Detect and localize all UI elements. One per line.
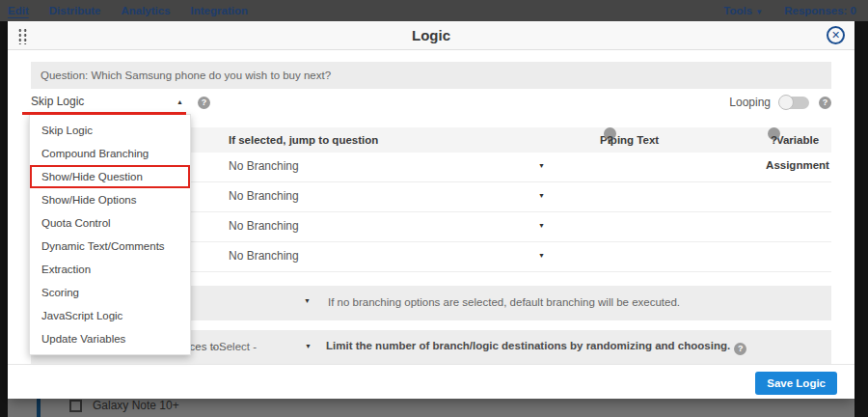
jump-to-question-select[interactable]: No Branching ▼ xyxy=(229,159,553,173)
toggle-knob xyxy=(778,95,794,110)
select-value: No Branching xyxy=(229,219,299,233)
jump-to-question-select[interactable]: No Branching ▼ xyxy=(229,189,553,203)
help-icon[interactable]: ? xyxy=(819,97,831,109)
randomizer-note-text: Limit the number of branch/logic destina… xyxy=(326,340,730,351)
top-nav-bar: Edit Distribute Analytics Integration To… xyxy=(0,0,868,21)
looping-toggle[interactable] xyxy=(780,97,809,109)
chevron-down-icon: ▼ xyxy=(305,343,312,349)
menu-item-extraction[interactable]: Extraction xyxy=(30,258,190,281)
looping-control: Looping ? xyxy=(729,96,831,109)
column-header-jump: If selected, jump to question xyxy=(229,127,378,153)
topbar-right-group: Tools ▼ Responses: 0 xyxy=(723,5,856,16)
chevron-down-icon[interactable]: ▼ xyxy=(304,297,311,304)
help-icon[interactable]: ? xyxy=(604,127,616,140)
help-icon[interactable]: ? xyxy=(198,97,210,109)
chevron-down-icon: ▼ xyxy=(538,222,545,229)
tools-label: Tools xyxy=(723,5,752,16)
annotation-red-underline xyxy=(22,112,186,115)
drag-handle-icon[interactable] xyxy=(17,28,28,44)
close-icon[interactable]: ✕ xyxy=(827,26,845,44)
menu-item-compound-branching[interactable]: Compound Branching xyxy=(30,142,190,165)
nav-tab-edit[interactable]: Edit xyxy=(8,0,29,21)
modal-title: Logic xyxy=(8,21,854,50)
menu-item-skip-logic[interactable]: Skip Logic xyxy=(30,119,190,142)
select-value: No Branching xyxy=(229,159,299,173)
looping-label: Looping xyxy=(729,96,771,109)
help-icon[interactable]: ? xyxy=(768,127,780,140)
question-context-label: Question: Which Samsung phone do you wis… xyxy=(31,62,831,89)
default-branching-note: If no branching options are selected, de… xyxy=(328,296,680,308)
nav-tab-integration[interactable]: Integration xyxy=(191,0,248,21)
menu-item-scoring[interactable]: Scoring xyxy=(30,281,190,304)
logic-type-select[interactable]: Skip Logic ▲ xyxy=(31,95,187,112)
nav-tab-distribute[interactable]: Distribute xyxy=(49,0,101,21)
logic-type-value: Skip Logic xyxy=(31,95,84,108)
logic-modal: Logic ✕ Question: Which Samsung phone do… xyxy=(8,21,854,399)
nav-tab-analytics[interactable]: Analytics xyxy=(121,0,170,21)
select-value: No Branching xyxy=(229,249,299,263)
save-logic-button[interactable]: Save Logic xyxy=(755,372,837,395)
responses-counter[interactable]: Responses: 0 xyxy=(784,5,856,16)
limit-choices-select[interactable]: - Select - xyxy=(212,341,318,352)
menu-item-dynamic-text-comments[interactable]: Dynamic Text/Comments xyxy=(30,235,190,258)
help-icon[interactable]: ? xyxy=(734,343,746,355)
menu-item-show-hide-options[interactable]: Show/Hide Options xyxy=(30,188,190,211)
menu-item-quota-control[interactable]: Quota Control xyxy=(30,211,190,235)
chevron-down-icon: ▼ xyxy=(538,192,545,199)
menu-item-show-hide-question[interactable]: Show/Hide Question xyxy=(30,165,190,188)
chevron-up-icon: ▲ xyxy=(176,98,183,105)
chevron-down-icon: ▼ xyxy=(755,8,763,16)
jump-to-question-select[interactable]: No Branching ▼ xyxy=(229,219,553,233)
tools-dropdown[interactable]: Tools ▼ xyxy=(723,5,763,16)
jump-to-question-select[interactable]: No Branching ▼ xyxy=(229,249,553,263)
select-value: No Branching xyxy=(229,189,299,203)
menu-item-update-variables[interactable]: Update Variables xyxy=(30,327,190,350)
menu-item-javascript-logic[interactable]: JavaScript Logic xyxy=(30,304,190,327)
chevron-down-icon: ▼ xyxy=(538,252,545,259)
modal-header: Logic ✕ xyxy=(8,21,854,50)
footer-divider xyxy=(8,364,854,365)
chevron-down-icon: ▼ xyxy=(538,162,545,169)
logic-type-dropdown-menu: Skip Logic Compound Branching Show/Hide … xyxy=(29,114,191,355)
randomizer-note: Limit the number of branch/logic destina… xyxy=(326,340,746,355)
